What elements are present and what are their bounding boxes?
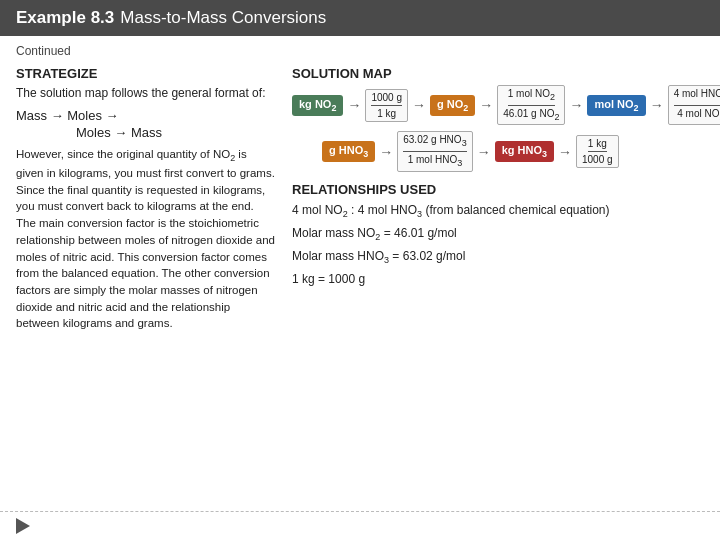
fraction-g-hno3-mol: 63.02 g HNO3 1 mol HNO3 — [397, 131, 472, 171]
arrow-3: → — [479, 97, 493, 113]
map-box-mol-no2: mol NO2 — [587, 95, 645, 116]
moles-mass-line: Moles → Mass — [76, 125, 276, 140]
frac-top: 63.02 g HNO3 — [403, 133, 466, 152]
strategize-label: STRATEGIZE — [16, 66, 276, 81]
page: Example 8.3 Mass-to-Mass Conversions Con… — [0, 0, 720, 540]
frac-top: 4 mol HNO3 — [674, 87, 720, 106]
relationships-label: RELATIONSHIPS USED — [292, 182, 720, 197]
footer-bar — [0, 511, 720, 540]
map-box-g-no2: g NO2 — [430, 95, 475, 116]
fraction-1000g-1kg: 1000 g 1 kg — [365, 89, 408, 122]
map-row-1: kg NO2 → 1000 g 1 kg → g NO2 → 1 mol NO2… — [292, 85, 720, 125]
relationships-section: RELATIONSHIPS USED 4 mol NO2 : 4 mol HNO… — [292, 182, 720, 288]
page-content: Continued STRATEGIZE The solution map fo… — [0, 36, 720, 511]
moles-mass-text: Moles → Mass — [76, 125, 162, 140]
explanation-text: However, since the original quantity of … — [16, 146, 276, 332]
page-title: Mass-to-Mass Conversions — [120, 8, 326, 28]
strategize-description: The solution map follows the general for… — [16, 85, 276, 102]
relationship-3: Molar mass HNO3 = 63.02 g/mol — [292, 248, 720, 267]
left-column: STRATEGIZE The solution map follows the … — [16, 66, 276, 507]
map-row-2: g HNO3 → 63.02 g HNO3 1 mol HNO3 → kg HN… — [322, 131, 720, 171]
fraction-mol-no2: 1 mol NO2 46.01 g NO2 — [497, 85, 565, 125]
example-number: Example 8.3 — [16, 8, 114, 28]
solution-map-label: SOLUTION MAP — [292, 66, 720, 81]
frac-top: 1 kg — [588, 137, 607, 152]
arrow-4: → — [569, 97, 583, 113]
right-column: SOLUTION MAP kg NO2 → 1000 g 1 kg → g NO… — [292, 66, 720, 507]
fraction-1kg-1000g: 1 kg 1000 g — [576, 135, 619, 168]
relationship-4: 1 kg = 1000 g — [292, 271, 720, 288]
relationship-1: 4 mol NO2 : 4 mol HNO3 (from balanced ch… — [292, 202, 720, 221]
page-header: Example 8.3 Mass-to-Mass Conversions — [0, 0, 720, 36]
play-icon[interactable] — [16, 518, 30, 534]
arrow-2: → — [412, 97, 426, 113]
frac-top: 1 mol NO2 — [508, 87, 555, 106]
arrow-5: → — [650, 97, 664, 113]
frac-bot: 1 mol HNO3 — [408, 152, 462, 170]
arrow-1: → — [347, 97, 361, 113]
frac-top: 1000 g — [371, 91, 402, 106]
mass-moles-line: Mass → Moles → — [16, 108, 276, 123]
frac-bot: 46.01 g NO2 — [503, 106, 559, 124]
map-box-g-hno3: g HNO3 — [322, 141, 375, 162]
two-column-layout: STRATEGIZE The solution map follows the … — [16, 66, 704, 507]
map-box-kg-no2: kg NO2 — [292, 95, 343, 116]
map-box-kg-hno3: kg HNO3 — [495, 141, 554, 162]
fraction-mol-hno3: 4 mol HNO3 4 mol NO2 — [668, 85, 720, 125]
relationship-2: Molar mass NO2 = 46.01 g/mol — [292, 225, 720, 244]
frac-bot: 4 mol NO2 — [677, 106, 720, 124]
frac-bot: 1000 g — [582, 152, 613, 166]
arrow-9: → — [558, 144, 572, 160]
arrow-7: → — [379, 144, 393, 160]
continued-label: Continued — [16, 44, 704, 58]
solution-map: kg NO2 → 1000 g 1 kg → g NO2 → 1 mol NO2… — [292, 85, 720, 172]
frac-bot: 1 kg — [377, 106, 396, 120]
mass-moles-text: Mass → Moles → — [16, 108, 119, 123]
arrow-8: → — [477, 144, 491, 160]
